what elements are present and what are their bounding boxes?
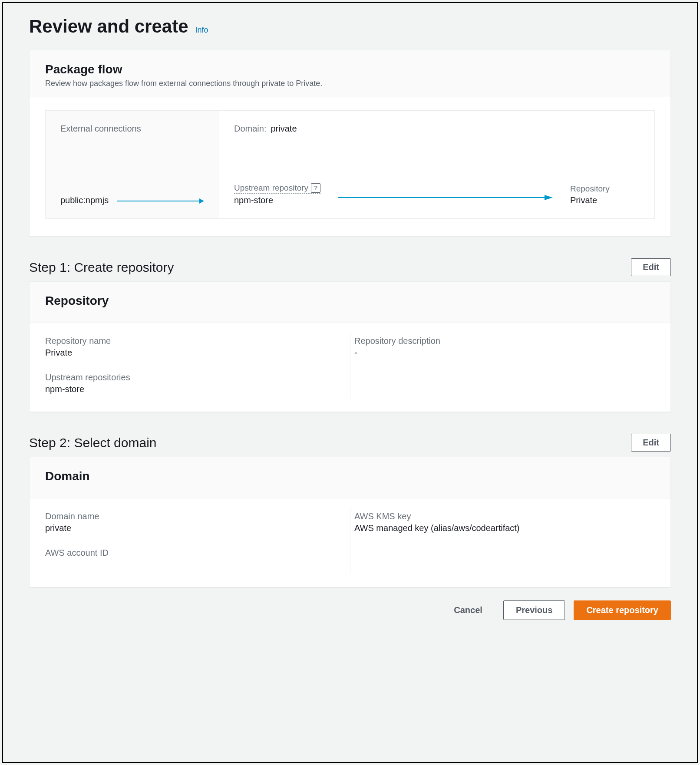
flow-diagram: External connections public:npmjs D	[45, 110, 655, 219]
help-icon[interactable]: ?	[311, 183, 320, 193]
domain-name-value: private	[45, 523, 346, 533]
flow-domain-col: Domain: private Upstream repository ? n	[219, 111, 654, 218]
wizard-footer: Cancel Previous Create repository	[29, 600, 671, 620]
svg-marker-3	[545, 195, 553, 200]
repository-panel-body: Repository name Private Upstream reposit…	[30, 323, 670, 412]
upstream-repos-key: Upstream repositories	[45, 373, 346, 382]
repo-value: Private	[570, 195, 640, 205]
external-connections-label: External connections	[60, 124, 204, 134]
domain-key: Domain:	[234, 124, 266, 134]
repo-name-value: Private	[45, 348, 346, 358]
domain-value: private	[271, 124, 297, 134]
upstream-repo-value: npm-store	[234, 195, 320, 205]
step2-heading: Step 2: Select domain	[29, 435, 157, 450]
info-link[interactable]: Info	[195, 26, 208, 35]
package-flow-panel: Package flow Review how packages flow fr…	[29, 50, 671, 237]
step1-header-row: Step 1: Create repository Edit	[29, 258, 671, 276]
package-flow-title: Package flow	[45, 63, 655, 76]
repo-label: Repository	[570, 184, 640, 194]
page-header: Review and create Info	[29, 16, 671, 37]
upstream-node: Upstream repository ? npm-store	[234, 183, 320, 205]
upstream-repos-value: npm-store	[45, 384, 346, 394]
previous-button[interactable]: Previous	[503, 600, 565, 620]
repo-name-key: Repository name	[45, 336, 346, 346]
domain-panel: Domain Domain name private AWS account I…	[29, 457, 671, 587]
edit-step1-button[interactable]: Edit	[631, 258, 671, 276]
create-repository-button[interactable]: Create repository	[574, 600, 671, 620]
package-flow-subtitle: Review how packages flow from external c…	[45, 79, 655, 88]
package-flow-header: Package flow Review how packages flow fr…	[30, 50, 670, 97]
repo-desc-key: Repository description	[354, 336, 655, 346]
cancel-button[interactable]: Cancel	[442, 601, 495, 620]
aws-account-value	[45, 560, 346, 570]
step1-heading: Step 1: Create repository	[29, 260, 174, 275]
edit-step2-button[interactable]: Edit	[631, 434, 671, 452]
kms-key-value: AWS managed key (alias/aws/codeartifact)	[354, 523, 655, 533]
domain-name-key: Domain name	[45, 511, 346, 521]
step2-header-row: Step 2: Select domain Edit	[29, 434, 671, 452]
arrow-icon	[338, 193, 553, 202]
domain-panel-title: Domain	[45, 469, 655, 483]
flow-external-col: External connections public:npmjs	[46, 111, 219, 218]
domain-panel-header: Domain	[30, 457, 670, 498]
page-title: Review and create	[29, 16, 188, 37]
aws-account-key: AWS account ID	[45, 548, 346, 558]
repository-panel: Repository Repository name Private Upstr…	[29, 281, 671, 412]
arrow-icon	[117, 197, 204, 205]
upstream-repo-label: Upstream repository	[234, 183, 308, 193]
repository-panel-header: Repository	[30, 282, 670, 323]
repo-desc-value: -	[354, 348, 655, 358]
repository-panel-title: Repository	[45, 294, 655, 308]
package-flow-body: External connections public:npmjs D	[30, 97, 670, 236]
svg-marker-1	[199, 198, 204, 204]
repo-node: Repository Private	[570, 184, 640, 205]
domain-panel-body: Domain name private AWS account ID AWS K…	[30, 498, 670, 587]
kms-key-key: AWS KMS key	[354, 511, 655, 521]
external-connection-value: public:npmjs	[60, 195, 109, 205]
